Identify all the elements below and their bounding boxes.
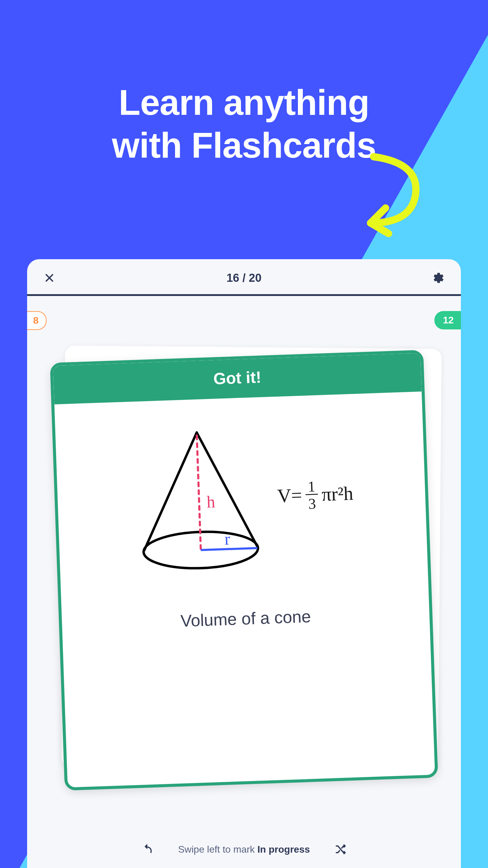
formula-rest: πr²h	[321, 482, 353, 506]
swipe-prefix: Swipe left to mark	[178, 844, 257, 855]
shuffle-button[interactable]	[334, 843, 347, 856]
undo-button[interactable]	[141, 843, 154, 856]
progress-counter: 16 / 20	[227, 272, 261, 284]
cone-diagram-icon: h r	[127, 421, 271, 577]
formula: V= 1 3 πr²h	[277, 477, 354, 513]
arrow-decoration-icon	[350, 145, 434, 242]
formula-fraction: 1 3	[305, 478, 319, 511]
card-caption: Volume of a cone	[180, 607, 311, 630]
card-body: h r V= 1 3 πr²h Volume of a cone	[54, 392, 430, 647]
formula-numerator: 1	[305, 478, 318, 495]
hero-title: Learn anything with Flashcards	[0, 0, 488, 167]
settings-button[interactable]	[431, 271, 446, 285]
flashcard[interactable]: Got it! h r V= 1	[50, 350, 438, 790]
swipe-instruction: Swipe left to mark In progress	[178, 844, 310, 855]
panel-footer: Swipe left to mark In progress	[27, 843, 461, 856]
close-button[interactable]	[42, 271, 57, 285]
svg-text:r: r	[224, 530, 230, 549]
card-stack: Got it! h r V= 1	[57, 353, 431, 799]
swipe-bold: In progress	[257, 844, 310, 855]
score-badges: 8 12	[27, 305, 461, 341]
svg-text:h: h	[206, 492, 216, 511]
panel-header: 16 / 20	[27, 259, 461, 296]
svg-line-4	[201, 548, 258, 550]
diagram-row: h r V= 1 3 πr²h	[127, 418, 356, 577]
in-progress-count-badge: 8	[27, 311, 47, 330]
formula-denominator: 3	[308, 495, 316, 511]
hero-line-1: Learn anything	[0, 82, 488, 124]
formula-v: V=	[277, 484, 302, 507]
flashcard-app-panel: 16 / 20 8 12 Got it! h	[27, 259, 461, 868]
shuffle-icon	[334, 843, 347, 856]
got-it-count-badge: 12	[434, 311, 461, 330]
close-icon	[44, 273, 55, 283]
gear-icon	[432, 272, 445, 284]
undo-icon	[141, 843, 154, 856]
